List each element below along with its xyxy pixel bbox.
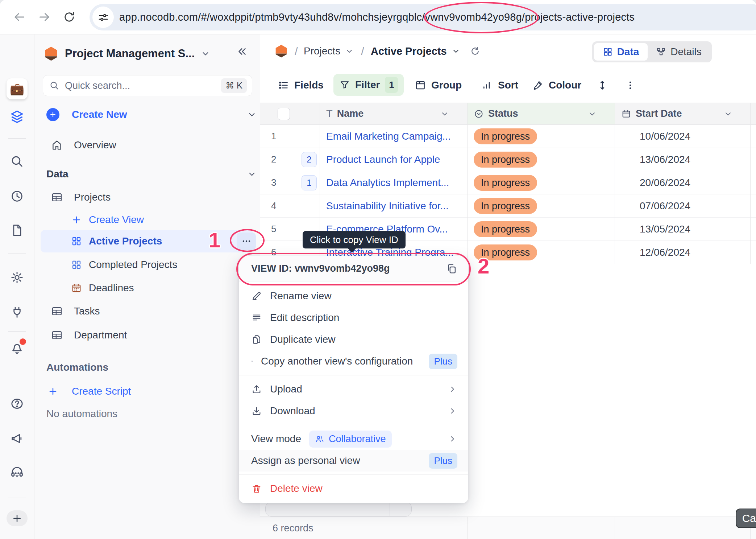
column-header-status[interactable]: Status [474,103,604,124]
row-expand-badge[interactable]: 2 [302,152,317,167]
column-header-start-date[interactable]: Start Date [621,103,741,124]
chevron-down-icon[interactable] [247,110,257,120]
rail-item-support[interactable] [0,465,34,480]
help-circle-icon [10,396,24,411]
browser-back-button[interactable] [11,9,28,25]
rail-item-help[interactable] [0,396,34,411]
menu-item-download[interactable]: Download [239,400,468,422]
headset-icon [9,465,25,480]
copy-view-id-button[interactable] [441,259,462,278]
chevron-down-icon[interactable] [587,109,597,119]
site-settings-icon[interactable] [92,7,114,28]
tab-details[interactable]: Details [648,46,710,58]
column-header-name[interactable]: T Name [326,103,457,124]
select-all-checkbox[interactable] [278,103,290,124]
rail-item-bases[interactable] [0,109,34,125]
rail-item-docs[interactable] [0,223,34,238]
dots-vertical-icon [625,80,636,91]
create-new-button[interactable]: Create New [34,106,260,124]
fields-button[interactable]: Fields [278,68,324,103]
quick-search-input[interactable]: Quick search... ⌘ K [43,75,252,96]
colour-brush-icon [532,79,544,91]
menu-divider [239,375,468,375]
sort-button[interactable]: Sort [481,68,518,103]
workspace-briefcase-icon: 💼 [7,78,28,99]
chevron-down-icon[interactable] [723,109,733,119]
grid-pagination-bar[interactable] [265,502,412,517]
base-switcher[interactable]: Project Management S... [43,43,211,64]
rail-item-settings[interactable] [0,270,34,285]
start-date-value: 12/06/2024 [640,241,690,264]
row-number: 4 [271,194,276,217]
sidebar-table-tasks[interactable]: Tasks [34,302,260,320]
sidebar-item-overview[interactable]: Overview [34,136,260,154]
toolbar-more-button[interactable] [625,68,636,103]
create-new-label: Create New [72,109,127,120]
start-date-value: 07/06/2024 [640,194,690,217]
record-name-link[interactable]: Data Analytics Implement... [326,171,449,194]
menu-item-rename-view[interactable]: Rename view [239,285,468,307]
table-row[interactable]: 4 Sustainability Initiative for... In pr… [260,194,756,218]
sidebar-table-projects[interactable]: Projects [34,188,260,206]
address-bar[interactable]: app.nocodb.com/#/woxdppit/ptmb9vty43uhd8… [90,4,756,30]
cancel-toast-button[interactable]: Ca [736,509,756,528]
record-name-link[interactable]: Email Marketing Campaig... [326,125,451,148]
colour-button[interactable]: Colour [532,68,581,103]
view-id-row[interactable]: VIEW ID: vwnv9vomb42yo98g [239,256,468,281]
url-prefix: app.nocodb.com/#/woxdppit/ptmb9vty43uhd8… [119,11,425,23]
plug-icon [10,305,24,320]
tab-data[interactable]: Data [594,43,648,61]
browser-forward-button[interactable] [36,9,53,25]
chevron-down-icon [451,46,461,56]
sidebar-section-data[interactable]: Data [34,165,260,183]
view-options-button[interactable] [237,233,256,250]
create-view-label: Create View [89,214,144,226]
menu-item-edit-description[interactable]: Edit description [239,307,468,329]
column-divider [615,103,615,264]
record-name-link[interactable]: Product Launch for Apple [326,148,440,171]
row-number: 1 [271,125,276,148]
chevron-down-icon[interactable] [247,169,257,179]
menu-item-delete-view[interactable]: Delete view [239,478,468,499]
sidebar-view-deadlines[interactable]: Deadlines [34,279,260,297]
rail-add-button[interactable] [0,510,34,526]
rail-item-integrations[interactable] [0,305,34,320]
chevron-right-icon [448,434,457,444]
create-script-button[interactable]: Create Script [34,382,260,400]
menu-item-upload[interactable]: Upload [239,378,468,400]
browser-reload-button[interactable] [61,9,78,25]
row-expand-badge[interactable]: 1 [302,175,317,190]
sidebar-view-active-projects-content[interactable]: Active Projects [34,232,260,250]
menu-item-duplicate-view[interactable]: Duplicate view [239,329,468,350]
breadcrumb-table[interactable]: Projects [304,34,354,68]
base-logo-hexagon-icon[interactable] [274,34,288,68]
chevron-down-icon[interactable] [440,109,449,119]
rail-item-search[interactable] [0,154,34,169]
menu-item-assign-personal-view[interactable]: Assign as personal view Plus [239,450,468,472]
record-count: 6 records [273,517,313,539]
breadcrumb-view[interactable]: Active Projects [371,34,461,68]
create-view-button[interactable]: Create View [34,211,260,229]
table-row[interactable]: 2 2 Product Launch for Apple In progress… [260,148,756,171]
table-row[interactable]: 3 1 Data Analytics Implement... In progr… [260,171,756,194]
menu-item-view-mode[interactable]: View mode Collaborative [239,428,468,450]
refresh-button[interactable] [470,34,481,68]
rail-item-history[interactable] [0,189,34,203]
status-badge: In progress [474,244,537,260]
notification-dot [20,338,26,345]
table-row[interactable]: 1 Email Marketing Campaig... In progress… [260,125,756,148]
menu-item-copy-view-config[interactable]: Copy another view's configuration Plus [239,350,468,372]
rail-item-announcements[interactable] [0,431,34,446]
sidebar-view-completed-projects[interactable]: Completed Projects [34,256,260,274]
workspace-switcher[interactable]: 💼 [0,78,34,99]
sidebar-collapse-button[interactable] [236,45,248,58]
group-button[interactable]: Group [415,68,462,103]
row-height-button[interactable] [597,68,608,103]
record-name-link[interactable]: Sustainability Initiative for... [326,194,449,217]
rail-item-notifications[interactable] [0,340,34,355]
back-arrow-icon [12,10,26,24]
view-mode-pill: Collaborative [309,431,392,448]
sidebar-table-department[interactable]: Department [34,326,260,344]
row-number: 5 [271,218,276,240]
filter-button[interactable]: Filter 1 [333,74,404,96]
